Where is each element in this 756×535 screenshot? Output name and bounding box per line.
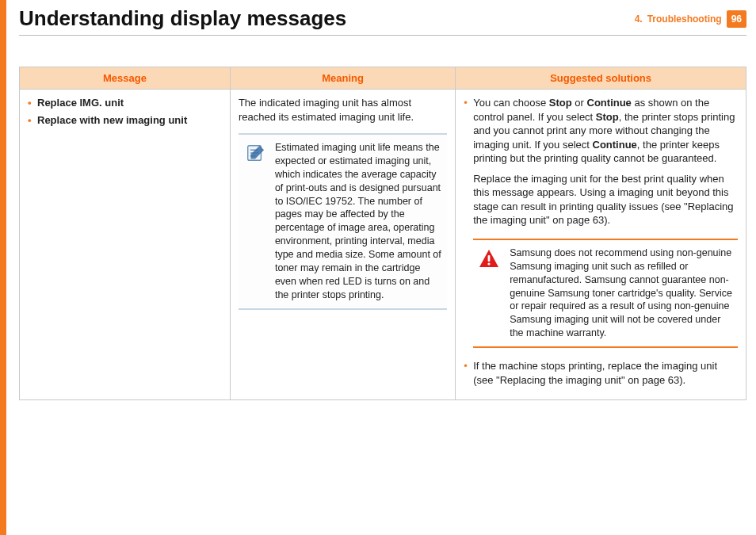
warning-callout: Samsung does not recommend using non-gen… — [473, 239, 738, 348]
page-title: Understanding display messages — [19, 6, 346, 31]
col-header-solutions: Suggested solutions — [456, 67, 746, 90]
note-text: Estimated imaging unit life means the ex… — [275, 142, 441, 300]
section-number: 4. — [635, 13, 643, 25]
message-item: Replace with new imaging unit — [28, 113, 222, 128]
col-header-meaning: Meaning — [230, 67, 455, 90]
note-callout: Estimated imaging unit life means the ex… — [239, 133, 447, 310]
cell-solutions: You can choose Stop or Continue as shown… — [456, 90, 746, 400]
cell-meaning: The indicated imaging unit has almost re… — [230, 90, 455, 400]
messages-table: Message Meaning Suggested solutions Repl… — [19, 67, 746, 400]
col-header-message: Message — [20, 67, 231, 90]
solution-item: If the machine stops printing, replace t… — [464, 359, 738, 387]
page-header: Understanding display messages 4. Troubl… — [19, 6, 746, 31]
cell-message: Replace IMG. unit Replace with new imagi… — [20, 90, 231, 400]
message-item: Replace IMG. unit — [28, 96, 222, 110]
meaning-text: The indicated imaging unit has almost re… — [239, 96, 447, 124]
accent-strip — [0, 0, 6, 535]
header-rule — [19, 35, 746, 36]
solution-paragraph: Replace the imaging unit for the best pr… — [473, 172, 738, 227]
note-icon — [243, 143, 267, 163]
breadcrumb: 4. Troubleshooting 96 — [635, 10, 746, 28]
page-number-badge: 96 — [727, 10, 746, 28]
table-row: Replace IMG. unit Replace with new imagi… — [20, 90, 746, 400]
warning-icon — [478, 248, 500, 269]
svg-point-2 — [488, 262, 491, 265]
section-name: Troubleshooting — [647, 13, 722, 25]
warning-text: Samsung does not recommend using non-gen… — [510, 247, 732, 338]
svg-rect-1 — [488, 255, 491, 262]
solution-item: You can choose Stop or Continue as shown… — [464, 96, 738, 348]
